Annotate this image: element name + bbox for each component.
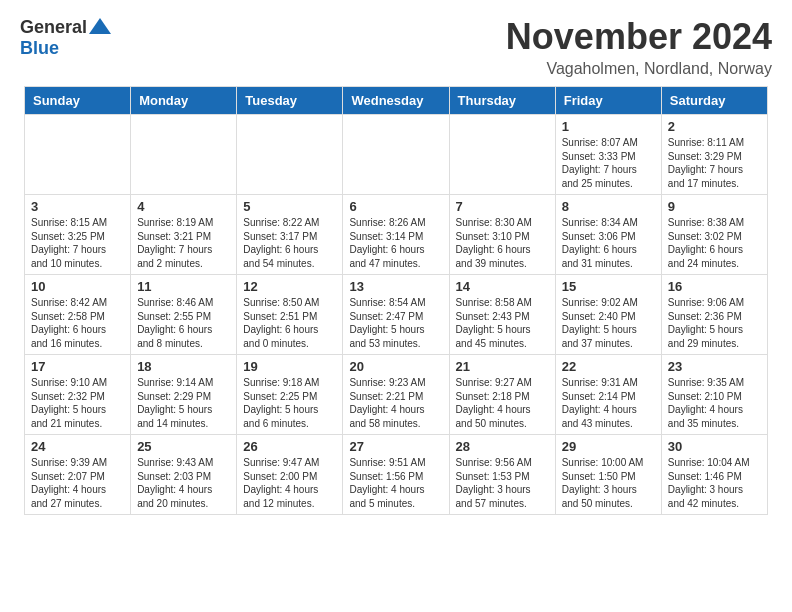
calendar-wrapper: SundayMondayTuesdayWednesdayThursdayFrid…: [0, 86, 792, 527]
day-info: Sunrise: 9:43 AM Sunset: 2:03 PM Dayligh…: [137, 456, 230, 510]
day-number: 5: [243, 199, 336, 214]
day-info: Sunrise: 9:14 AM Sunset: 2:29 PM Dayligh…: [137, 376, 230, 430]
day-info: Sunrise: 8:38 AM Sunset: 3:02 PM Dayligh…: [668, 216, 761, 270]
day-info: Sunrise: 9:10 AM Sunset: 2:32 PM Dayligh…: [31, 376, 124, 430]
day-info: Sunrise: 8:30 AM Sunset: 3:10 PM Dayligh…: [456, 216, 549, 270]
calendar-cell: [343, 115, 449, 195]
day-info: Sunrise: 8:46 AM Sunset: 2:55 PM Dayligh…: [137, 296, 230, 350]
calendar-cell: 28Sunrise: 9:56 AM Sunset: 1:53 PM Dayli…: [449, 435, 555, 515]
calendar-cell: 29Sunrise: 10:00 AM Sunset: 1:50 PM Dayl…: [555, 435, 661, 515]
day-number: 19: [243, 359, 336, 374]
day-info: Sunrise: 8:22 AM Sunset: 3:17 PM Dayligh…: [243, 216, 336, 270]
day-info: Sunrise: 9:23 AM Sunset: 2:21 PM Dayligh…: [349, 376, 442, 430]
day-number: 28: [456, 439, 549, 454]
day-info: Sunrise: 8:19 AM Sunset: 3:21 PM Dayligh…: [137, 216, 230, 270]
calendar-cell: 5Sunrise: 8:22 AM Sunset: 3:17 PM Daylig…: [237, 195, 343, 275]
day-info: Sunrise: 9:18 AM Sunset: 2:25 PM Dayligh…: [243, 376, 336, 430]
logo-icon: [89, 16, 111, 38]
calendar-cell: [25, 115, 131, 195]
day-info: Sunrise: 8:58 AM Sunset: 2:43 PM Dayligh…: [456, 296, 549, 350]
day-number: 16: [668, 279, 761, 294]
calendar-cell: 30Sunrise: 10:04 AM Sunset: 1:46 PM Dayl…: [661, 435, 767, 515]
calendar-cell: 24Sunrise: 9:39 AM Sunset: 2:07 PM Dayli…: [25, 435, 131, 515]
calendar-cell: 21Sunrise: 9:27 AM Sunset: 2:18 PM Dayli…: [449, 355, 555, 435]
calendar-cell: 20Sunrise: 9:23 AM Sunset: 2:21 PM Dayli…: [343, 355, 449, 435]
title-section: November 2024 Vagaholmen, Nordland, Norw…: [506, 16, 772, 78]
calendar-cell: 25Sunrise: 9:43 AM Sunset: 2:03 PM Dayli…: [131, 435, 237, 515]
logo-blue: Blue: [20, 38, 59, 58]
day-number: 30: [668, 439, 761, 454]
day-number: 4: [137, 199, 230, 214]
calendar-day-header: Saturday: [661, 87, 767, 115]
day-number: 26: [243, 439, 336, 454]
day-info: Sunrise: 9:02 AM Sunset: 2:40 PM Dayligh…: [562, 296, 655, 350]
day-number: 8: [562, 199, 655, 214]
day-info: Sunrise: 8:54 AM Sunset: 2:47 PM Dayligh…: [349, 296, 442, 350]
day-number: 23: [668, 359, 761, 374]
calendar-cell: 4Sunrise: 8:19 AM Sunset: 3:21 PM Daylig…: [131, 195, 237, 275]
calendar-day-header: Monday: [131, 87, 237, 115]
calendar-cell: 7Sunrise: 8:30 AM Sunset: 3:10 PM Daylig…: [449, 195, 555, 275]
day-info: Sunrise: 9:47 AM Sunset: 2:00 PM Dayligh…: [243, 456, 336, 510]
day-number: 20: [349, 359, 442, 374]
month-title: November 2024: [506, 16, 772, 58]
calendar-cell: 9Sunrise: 8:38 AM Sunset: 3:02 PM Daylig…: [661, 195, 767, 275]
calendar-cell: [237, 115, 343, 195]
day-number: 24: [31, 439, 124, 454]
calendar-cell: 1Sunrise: 8:07 AM Sunset: 3:33 PM Daylig…: [555, 115, 661, 195]
calendar-day-header: Friday: [555, 87, 661, 115]
calendar-cell: 27Sunrise: 9:51 AM Sunset: 1:56 PM Dayli…: [343, 435, 449, 515]
day-number: 12: [243, 279, 336, 294]
day-number: 11: [137, 279, 230, 294]
day-info: Sunrise: 8:15 AM Sunset: 3:25 PM Dayligh…: [31, 216, 124, 270]
calendar-day-header: Tuesday: [237, 87, 343, 115]
day-number: 3: [31, 199, 124, 214]
logo-general: General: [20, 17, 87, 38]
logo: General Blue: [20, 16, 111, 59]
day-number: 13: [349, 279, 442, 294]
calendar-week-row: 17Sunrise: 9:10 AM Sunset: 2:32 PM Dayli…: [25, 355, 768, 435]
calendar-cell: 8Sunrise: 8:34 AM Sunset: 3:06 PM Daylig…: [555, 195, 661, 275]
location: Vagaholmen, Nordland, Norway: [506, 60, 772, 78]
page-header: General Blue November 2024 Vagaholmen, N…: [0, 0, 792, 86]
svg-marker-0: [89, 18, 111, 34]
calendar-cell: 12Sunrise: 8:50 AM Sunset: 2:51 PM Dayli…: [237, 275, 343, 355]
calendar-day-header: Wednesday: [343, 87, 449, 115]
day-info: Sunrise: 8:11 AM Sunset: 3:29 PM Dayligh…: [668, 136, 761, 190]
calendar-week-row: 24Sunrise: 9:39 AM Sunset: 2:07 PM Dayli…: [25, 435, 768, 515]
day-number: 1: [562, 119, 655, 134]
day-number: 17: [31, 359, 124, 374]
calendar-cell: 3Sunrise: 8:15 AM Sunset: 3:25 PM Daylig…: [25, 195, 131, 275]
calendar-cell: 19Sunrise: 9:18 AM Sunset: 2:25 PM Dayli…: [237, 355, 343, 435]
day-info: Sunrise: 9:35 AM Sunset: 2:10 PM Dayligh…: [668, 376, 761, 430]
day-info: Sunrise: 9:39 AM Sunset: 2:07 PM Dayligh…: [31, 456, 124, 510]
day-info: Sunrise: 9:31 AM Sunset: 2:14 PM Dayligh…: [562, 376, 655, 430]
calendar-cell: 17Sunrise: 9:10 AM Sunset: 2:32 PM Dayli…: [25, 355, 131, 435]
day-info: Sunrise: 8:34 AM Sunset: 3:06 PM Dayligh…: [562, 216, 655, 270]
day-info: Sunrise: 9:51 AM Sunset: 1:56 PM Dayligh…: [349, 456, 442, 510]
calendar-week-row: 3Sunrise: 8:15 AM Sunset: 3:25 PM Daylig…: [25, 195, 768, 275]
day-info: Sunrise: 9:27 AM Sunset: 2:18 PM Dayligh…: [456, 376, 549, 430]
day-number: 25: [137, 439, 230, 454]
day-info: Sunrise: 8:42 AM Sunset: 2:58 PM Dayligh…: [31, 296, 124, 350]
calendar-cell: 16Sunrise: 9:06 AM Sunset: 2:36 PM Dayli…: [661, 275, 767, 355]
calendar-cell: 13Sunrise: 8:54 AM Sunset: 2:47 PM Dayli…: [343, 275, 449, 355]
day-number: 2: [668, 119, 761, 134]
day-info: Sunrise: 8:26 AM Sunset: 3:14 PM Dayligh…: [349, 216, 442, 270]
calendar-cell: 14Sunrise: 8:58 AM Sunset: 2:43 PM Dayli…: [449, 275, 555, 355]
calendar-table: SundayMondayTuesdayWednesdayThursdayFrid…: [24, 86, 768, 515]
calendar-cell: 6Sunrise: 8:26 AM Sunset: 3:14 PM Daylig…: [343, 195, 449, 275]
calendar-cell: 15Sunrise: 9:02 AM Sunset: 2:40 PM Dayli…: [555, 275, 661, 355]
calendar-cell: [449, 115, 555, 195]
calendar-cell: 26Sunrise: 9:47 AM Sunset: 2:00 PM Dayli…: [237, 435, 343, 515]
day-number: 22: [562, 359, 655, 374]
day-number: 15: [562, 279, 655, 294]
day-number: 21: [456, 359, 549, 374]
day-info: Sunrise: 8:50 AM Sunset: 2:51 PM Dayligh…: [243, 296, 336, 350]
day-number: 27: [349, 439, 442, 454]
calendar-header-row: SundayMondayTuesdayWednesdayThursdayFrid…: [25, 87, 768, 115]
calendar-week-row: 10Sunrise: 8:42 AM Sunset: 2:58 PM Dayli…: [25, 275, 768, 355]
calendar-cell: 10Sunrise: 8:42 AM Sunset: 2:58 PM Dayli…: [25, 275, 131, 355]
day-number: 18: [137, 359, 230, 374]
day-info: Sunrise: 8:07 AM Sunset: 3:33 PM Dayligh…: [562, 136, 655, 190]
